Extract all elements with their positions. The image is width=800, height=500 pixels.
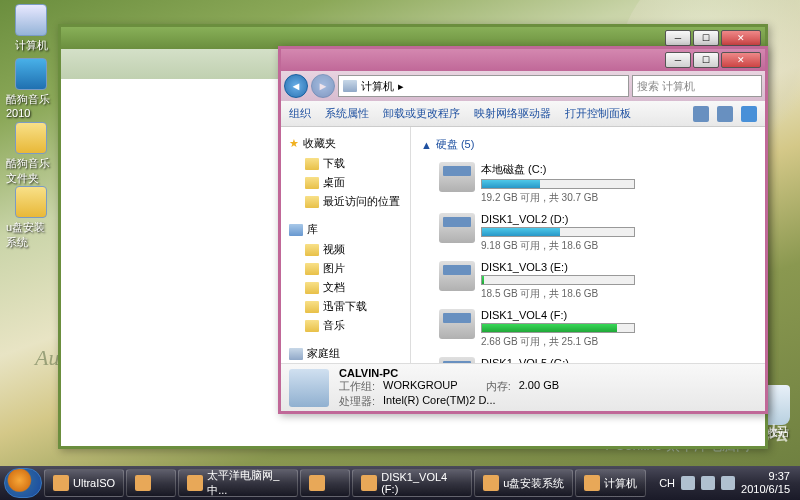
details-pane: CALVIN-PC 工作组:WORKGROUP内存:2.00 GB 处理器:In… [281, 363, 765, 411]
lang-indicator[interactable]: CH [659, 477, 675, 489]
address-bar-row: ◄ ► 计算机▸ 搜索 计算机 [281, 71, 765, 101]
taskbar-button[interactable]: UltraISO [44, 469, 124, 497]
content-pane[interactable]: ▲ 硬盘 (5) 本地磁盘 (C:)19.2 GB 可用 , 共 30.7 GB… [411, 127, 765, 363]
computer-icon [343, 80, 357, 92]
desktop-icon-kugou-folder[interactable]: 酷狗音乐文件夹 [6, 122, 56, 186]
computer-large-icon [289, 369, 329, 407]
explorer-window[interactable]: ─ ☐ ✕ ◄ ► 计算机▸ 搜索 计算机 组织 系统属性 卸载或更改程序 映射… [278, 46, 768, 414]
drive-icon [439, 213, 475, 243]
nav-favorites[interactable]: ★收藏夹 [281, 133, 410, 154]
computer-name: CALVIN-PC [339, 367, 559, 379]
organize-menu[interactable]: 组织 [289, 106, 311, 121]
view-icon[interactable] [693, 106, 709, 122]
nav-thunder[interactable]: 迅雷下载 [281, 297, 410, 316]
preview-icon[interactable] [717, 106, 733, 122]
search-input[interactable]: 搜索 计算机 [632, 75, 762, 97]
desktop-icon-usb-install[interactable]: u盘安装系统 [6, 186, 56, 250]
nav-documents[interactable]: 文档 [281, 278, 410, 297]
drive-icon [439, 261, 475, 291]
drive-item[interactable]: DISK1_VOL5 (G:)25.4 GB 可用 , 共 55.8 GB [437, 355, 637, 363]
taskbar-button[interactable]: 计算机 [575, 469, 646, 497]
system-tray[interactable]: CH 9:372010/6/15 [659, 470, 796, 496]
taskbar[interactable]: UltraISO太平洋电脑网_中...DISK1_VOL4 (F:)u盘安装系统… [0, 466, 800, 500]
drive-icon [439, 162, 475, 192]
toolbar: 组织 系统属性 卸载或更改程序 映射网络驱动器 打开控制面板 [281, 101, 765, 127]
nav-libraries[interactable]: 库 [281, 219, 410, 240]
drive-item[interactable]: DISK1_VOL3 (E:)18.5 GB 可用 , 共 18.6 GB [437, 259, 637, 303]
close-button[interactable]: ✕ [721, 30, 761, 46]
clock[interactable]: 9:372010/6/15 [741, 470, 790, 496]
desktop-icon-computer[interactable]: 计算机 [6, 4, 56, 53]
system-props-button[interactable]: 系统属性 [325, 106, 369, 121]
minimize-button[interactable]: ─ [665, 30, 691, 46]
maximize-button[interactable]: ☐ [693, 30, 719, 46]
nav-downloads[interactable]: 下载 [281, 154, 410, 173]
drive-icon [439, 309, 475, 339]
drive-icon [439, 357, 475, 363]
taskbar-button[interactable]: DISK1_VOL4 (F:) [352, 469, 472, 497]
nav-pane[interactable]: ★收藏夹 下载 桌面 最近访问的位置 库 视频 图片 文档 迅雷下载 音乐 家庭… [281, 127, 411, 363]
drive-item[interactable]: 本地磁盘 (C:)19.2 GB 可用 , 共 30.7 GB [437, 160, 637, 207]
nav-homegroup[interactable]: 家庭组 [281, 343, 410, 363]
desktop-icon-kugou[interactable]: 酷狗音乐2010 [6, 58, 56, 119]
tray-icon[interactable] [681, 476, 695, 490]
start-button[interactable] [4, 468, 42, 498]
taskbar-button[interactable] [126, 469, 176, 497]
uninstall-button[interactable]: 卸载或更改程序 [383, 106, 460, 121]
nav-desktop[interactable]: 桌面 [281, 173, 410, 192]
back-button[interactable]: ◄ [284, 74, 308, 98]
map-drive-button[interactable]: 映射网络驱动器 [474, 106, 551, 121]
nav-videos[interactable]: 视频 [281, 240, 410, 259]
titlebar[interactable]: ─ ☐ ✕ [281, 49, 765, 71]
taskbar-button[interactable]: u盘安装系统 [474, 469, 573, 497]
control-panel-button[interactable]: 打开控制面板 [565, 106, 631, 121]
nav-pictures[interactable]: 图片 [281, 259, 410, 278]
tray-volume-icon[interactable] [701, 476, 715, 490]
taskbar-button[interactable]: 太平洋电脑网_中... [178, 469, 298, 497]
nav-music[interactable]: 音乐 [281, 316, 410, 335]
forward-button[interactable]: ► [311, 74, 335, 98]
section-hdd[interactable]: ▲ 硬盘 (5) [421, 133, 755, 156]
drive-item[interactable]: DISK1_VOL2 (D:)9.18 GB 可用 , 共 18.6 GB [437, 211, 637, 255]
taskbar-button[interactable] [300, 469, 350, 497]
tray-network-icon[interactable] [721, 476, 735, 490]
maximize-button[interactable]: ☐ [693, 52, 719, 68]
drive-item[interactable]: DISK1_VOL4 (F:)2.68 GB 可用 , 共 25.1 GB [437, 307, 637, 351]
minimize-button[interactable]: ─ [665, 52, 691, 68]
star-icon: ★ [289, 137, 299, 150]
close-button[interactable]: ✕ [721, 52, 761, 68]
address-bar[interactable]: 计算机▸ [338, 75, 629, 97]
nav-recent[interactable]: 最近访问的位置 [281, 192, 410, 211]
help-icon[interactable] [741, 106, 757, 122]
